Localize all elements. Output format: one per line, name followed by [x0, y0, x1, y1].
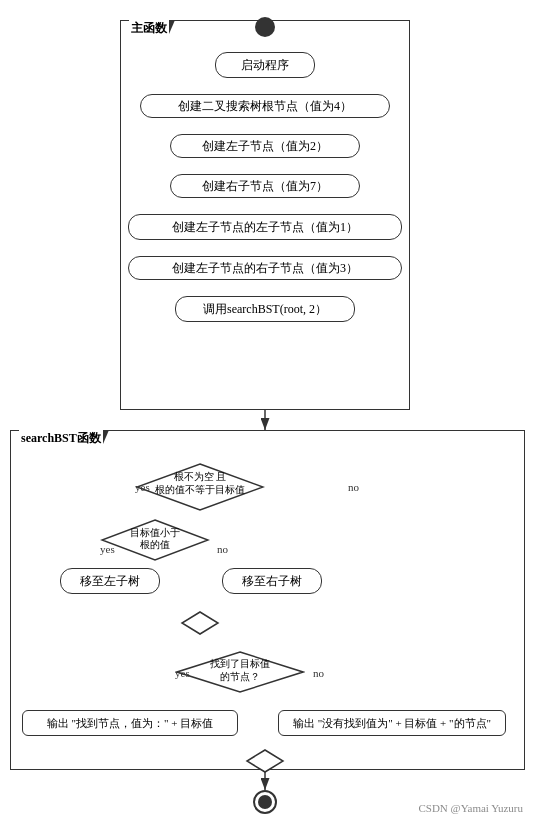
diagram-container: 主函数 启动程序 创建二叉搜索树根节点（值为4） 创建左子节点（值为2） 创建右…	[0, 0, 535, 822]
sub-diamond-yes: yes	[100, 543, 115, 555]
search-func-label: searchBST函数	[19, 430, 103, 447]
final-merge-diamond	[245, 748, 285, 774]
svg-marker-38	[182, 612, 218, 634]
diamond1-no-label: no	[348, 481, 359, 493]
process-start: 启动程序	[215, 52, 315, 78]
svg-text:目标值小于: 目标值小于	[130, 527, 180, 538]
process-call: 调用searchBST(root, 2）	[175, 296, 355, 322]
svg-text:的节点？: 的节点？	[220, 671, 260, 682]
output-yes: 输出 "找到节点，值为：" + 目标值	[22, 710, 238, 736]
process-move-right: 移至右子树	[222, 568, 322, 594]
diamond1: 根不为空 且 根的值不等于目标值	[135, 462, 265, 512]
process-right: 创建右子节点（值为7）	[170, 174, 360, 198]
process-left: 创建左子节点（值为2）	[170, 134, 360, 158]
main-func-label: 主函数	[129, 20, 169, 37]
svg-text:根不为空 且: 根不为空 且	[174, 471, 227, 482]
end-circle	[253, 790, 277, 814]
sub-diamond-no: no	[217, 543, 228, 555]
diamond1-yes-label: yes	[135, 481, 150, 493]
svg-text:找到了目标值: 找到了目标值	[209, 658, 270, 669]
watermark: CSDN @Yamai Yuzuru	[418, 802, 523, 814]
svg-text:根的值: 根的值	[140, 539, 170, 550]
diamond2-yes: yes	[175, 667, 190, 679]
diamond2: 找到了目标值 的节点？	[175, 650, 305, 694]
diamond2-no: no	[313, 667, 324, 679]
svg-text:根的值不等于目标值: 根的值不等于目标值	[155, 484, 245, 495]
sub-diamond: 目标值小于 根的值	[100, 518, 210, 562]
process-root: 创建二叉搜索树根节点（值为4）	[140, 94, 390, 118]
output-no: 输出 "没有找到值为" + 目标值 + "的节点"	[278, 710, 506, 736]
process-ll: 创建左子节点的左子节点（值为1）	[128, 214, 402, 240]
process-move-left: 移至左子树	[60, 568, 160, 594]
svg-marker-42	[247, 750, 283, 772]
merge-diamond	[180, 610, 220, 636]
process-lr: 创建左子节点的右子节点（值为3）	[128, 256, 402, 280]
start-circle	[255, 17, 275, 37]
end-circle-inner	[258, 795, 272, 809]
